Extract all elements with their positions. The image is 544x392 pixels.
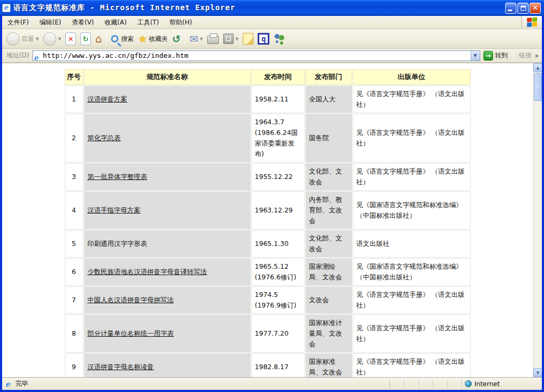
- window-title: 语言文字规范标准库 - Microsoft Internet Explorer: [13, 3, 505, 13]
- search-button[interactable]: 搜索: [109, 30, 136, 47]
- minimize-icon: [508, 10, 512, 11]
- edit-dropdown-icon[interactable]: ▼: [235, 37, 239, 41]
- forward-button[interactable]: → ▼: [41, 30, 63, 47]
- menu-favorites[interactable]: 收藏(A): [99, 16, 132, 29]
- messenger-button[interactable]: [271, 30, 288, 47]
- standard-link[interactable]: 汉语手指字母方案: [88, 206, 141, 214]
- row-no: 6: [65, 259, 83, 285]
- stop-icon: ✕: [65, 32, 76, 45]
- ie-page-icon: e: [2, 4, 11, 12]
- address-dropdown-icon[interactable]: ▼: [471, 51, 480, 61]
- back-button[interactable]: ← 后退 ▼: [4, 30, 41, 47]
- standard-link[interactable]: 第一批异体字整理表: [88, 173, 148, 181]
- standard-link[interactable]: 少数民族语地名汉语拼音字母音译转写法: [88, 268, 207, 276]
- row-dept: 国家标准计量局、文改会: [306, 315, 352, 352]
- links-label[interactable]: 链接: [519, 51, 532, 60]
- status-pane: [432, 379, 447, 389]
- address-label: 地址(D): [6, 51, 29, 60]
- refresh-icon: ↻: [80, 32, 91, 45]
- row-publisher: 见《语言文字规范手册》 （语文出版社）: [353, 354, 470, 377]
- table-row: 9 汉语拼音字母名称读音 1982.8.17 国家标准局、文改会 见《语言文字规…: [65, 354, 470, 377]
- menu-help[interactable]: 帮助(H): [164, 16, 197, 29]
- standard-name: 印刷通用汉字字形表: [88, 240, 148, 248]
- forward-icon: →: [43, 32, 56, 46]
- standard-link[interactable]: 中国人名汉语拼音字母拼写法: [88, 296, 174, 304]
- messenger-icon: [274, 33, 286, 45]
- maximize-button[interactable]: [517, 3, 529, 14]
- row-dept: 内务部、教育部、文改会: [306, 192, 352, 229]
- menu-spacer: [197, 16, 522, 29]
- back-icon: ←: [6, 32, 20, 46]
- browser-viewport: 序号 规范标准名称 发布时间 发布部门 出版单位 1 汉语拼音方案 1958.2…: [2, 63, 542, 377]
- plugin-q-button[interactable]: q: [256, 30, 271, 47]
- stop-button[interactable]: ✕: [63, 30, 78, 47]
- header-dept: 发布部门: [306, 70, 352, 84]
- history-icon: ↺: [172, 34, 181, 44]
- refresh-button[interactable]: ↻: [78, 30, 93, 47]
- standard-link[interactable]: 汉语拼音方案: [88, 95, 128, 103]
- menu-edit[interactable]: 编辑(E): [34, 16, 66, 29]
- row-no: 5: [65, 231, 83, 257]
- scroll-up-icon[interactable]: ▲: [533, 63, 542, 72]
- discuss-button[interactable]: [241, 30, 256, 47]
- favorites-button[interactable]: ★ 收藏夹: [136, 30, 170, 47]
- print-icon: [207, 36, 219, 44]
- menu-tools[interactable]: 工具(T): [132, 16, 164, 29]
- scroll-down-icon[interactable]: ▼: [533, 368, 542, 377]
- links-chevron-icon[interactable]: »: [535, 52, 539, 59]
- home-button[interactable]: ⌂: [93, 30, 104, 47]
- toolbar: ← 后退 ▼ → ▼ ✕ ↻ ⌂ 搜索 ★ 收藏夹 ↺ ✉: [2, 29, 542, 49]
- go-button[interactable]: → 转到: [483, 51, 508, 61]
- status-text: 完毕: [15, 379, 28, 388]
- header-publisher: 出版单位: [353, 70, 470, 84]
- table-row: 4 汉语手指字母方案 1963.12.29 内务部、教育部、文改会 见《国家语言…: [65, 192, 470, 229]
- status-pane: [404, 379, 418, 389]
- row-date: 1958.2.11: [252, 86, 304, 113]
- row-dept: 国家测绘局、文改会: [306, 259, 352, 285]
- row-dept: 文改会: [306, 287, 352, 313]
- favorites-label: 收藏夹: [149, 35, 168, 44]
- table-row: 5 印刷通用汉字字形表 1965.1.30 文化部、文改会 语文出版社: [65, 231, 470, 257]
- standards-table: 序号 规范标准名称 发布时间 发布部门 出版单位 1 汉语拼音方案 1958.2…: [64, 68, 472, 377]
- menu-view[interactable]: 查看(V): [66, 16, 99, 29]
- windows-flag-icon: [527, 17, 538, 27]
- minimize-button[interactable]: [505, 3, 516, 14]
- row-date: 1964.3.7 (1986.6.24国家语委重新发布): [252, 114, 304, 162]
- row-dept: 全国人大: [306, 86, 352, 113]
- scrollbar-thumb[interactable]: [534, 73, 542, 101]
- address-input[interactable]: [43, 52, 471, 60]
- toolbar-separator: [185, 31, 185, 46]
- print-button[interactable]: [205, 30, 221, 47]
- row-publisher: 见《语言文字规范手册》 （语文出版社）: [353, 164, 470, 190]
- close-button[interactable]: ✕: [530, 3, 541, 14]
- close-icon: ✕: [530, 4, 540, 12]
- row-date: 1982.8.17: [252, 354, 304, 377]
- menu-bar: 文件(F) 编辑(E) 查看(V) 收藏(A) 工具(T) 帮助(H): [2, 16, 542, 29]
- plugin-q-icon: q: [258, 33, 269, 45]
- standard-link[interactable]: 部分计量单位名称统一用字表: [88, 329, 174, 337]
- web-page: 序号 规范标准名称 发布时间 发布部门 出版单位 1 汉语拼音方案 1958.2…: [2, 63, 533, 377]
- table-row: 6 少数民族语地名汉语拼音字母音译转写法 1965.5.12 (1976.6修订…: [65, 259, 470, 285]
- mail-button[interactable]: ✉ ▼: [188, 30, 205, 47]
- toolbar-separator: [106, 31, 107, 46]
- home-icon: ⌂: [95, 33, 102, 44]
- header-name: 规范标准名称: [84, 70, 250, 84]
- row-no: 4: [65, 192, 83, 229]
- row-publisher: 语文出版社: [353, 231, 470, 257]
- history-button[interactable]: ↺: [170, 30, 183, 47]
- row-publisher: 见《国家语言文字规范和标准选编》（中国标准出版社）: [353, 192, 470, 229]
- edit-button[interactable]: ▼: [221, 30, 241, 47]
- browser-window: e 语言文字规范标准库 - Microsoft Internet Explore…: [0, 0, 544, 392]
- vertical-scrollbar[interactable]: ▲ ▼: [533, 63, 542, 377]
- forward-dropdown-icon[interactable]: ▼: [58, 37, 61, 41]
- row-dept: 国务院: [306, 114, 352, 162]
- mail-dropdown-icon[interactable]: ▼: [200, 37, 203, 41]
- status-pane: [418, 379, 432, 389]
- standard-link[interactable]: 简化字总表: [88, 134, 121, 142]
- back-dropdown-icon[interactable]: ▼: [36, 37, 39, 41]
- table-row: 8 部分计量单位名称统一用字表 1977.7.20 国家标准计量局、文改会 见《…: [65, 315, 470, 352]
- address-separator: [513, 50, 514, 61]
- table-row: 2 简化字总表 1964.3.7 (1986.6.24国家语委重新发布) 国务院…: [65, 114, 470, 162]
- standard-link[interactable]: 汉语拼音字母名称读音: [88, 363, 154, 371]
- menu-file[interactable]: 文件(F): [2, 16, 34, 29]
